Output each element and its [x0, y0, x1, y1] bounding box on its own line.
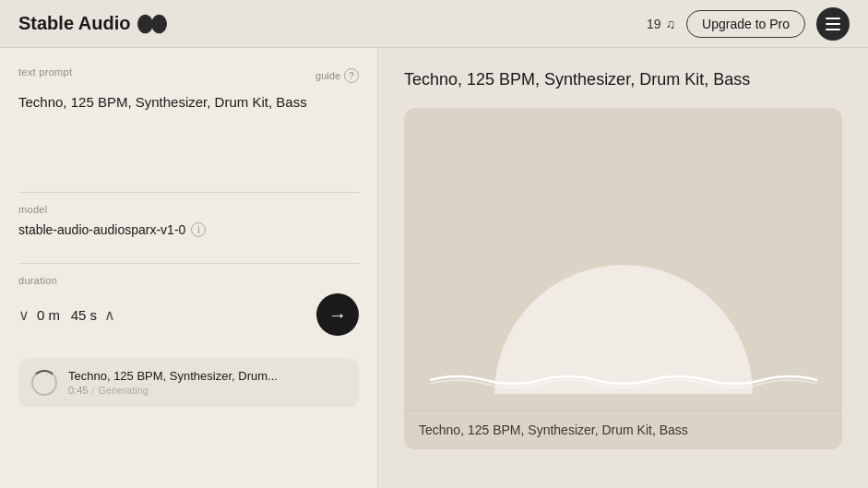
duration-row: ∨ 0 m 45 s ∧ → — [18, 293, 359, 336]
guide-question-icon: ? — [344, 68, 359, 83]
track-spinner-icon — [31, 370, 57, 396]
generate-button[interactable]: → — [316, 293, 359, 336]
wave-svg — [430, 367, 817, 393]
left-panel: text prompt guide ? Techno, 125 BPM, Syn… — [0, 48, 378, 488]
menu-button[interactable] — [816, 7, 850, 41]
guide-label-text: guide — [315, 70, 340, 81]
model-value-row: stable-audio-audiosparx-v1-0 i — [18, 222, 359, 237]
header-left: Stable Audio — [18, 13, 167, 34]
logo-text: Stable Audio — [18, 13, 130, 34]
track-meta: 0:45 / Generating — [68, 385, 346, 396]
audio-card: Techno, 125 BPM, Synthesizer, Drum Kit, … — [404, 108, 842, 449]
credits-count: 19 — [647, 17, 661, 31]
guide-link[interactable]: guide ? — [315, 68, 359, 83]
duration-label: duration — [18, 275, 359, 286]
music-note-icon: ♫ — [666, 17, 676, 31]
text-prompt-section: text prompt guide ? Techno, 125 BPM, Syn… — [18, 66, 359, 166]
track-status: Generating — [98, 385, 148, 396]
chevron-down-icon[interactable]: ∨ — [18, 306, 30, 324]
right-panel-title: Techno, 125 BPM, Synthesizer, Drum Kit, … — [404, 70, 842, 89]
svg-point-0 — [137, 14, 153, 33]
track-meta-separator: / — [91, 385, 94, 396]
header: Stable Audio 19 ♫ Upgrade to Pro — [0, 0, 868, 48]
svg-point-1 — [152, 14, 168, 33]
model-label: model — [18, 204, 359, 215]
prompt-text[interactable]: Techno, 125 BPM, Synthesizer, Drum Kit, … — [18, 92, 359, 166]
duration-seconds: 45 s — [71, 307, 97, 323]
right-panel: Techno, 125 BPM, Synthesizer, Drum Kit, … — [378, 48, 868, 488]
menu-line-3 — [826, 29, 840, 30]
chevron-up-icon[interactable]: ∧ — [104, 306, 115, 324]
wave-container — [404, 366, 842, 394]
duration-time: 0 m 45 s — [37, 307, 97, 323]
text-prompt-header: text prompt guide ? — [18, 66, 359, 85]
duration-minutes: 0 m — [37, 307, 60, 323]
header-right: 19 ♫ Upgrade to Pro — [647, 7, 850, 41]
model-section: model stable-audio-audiosparx-v1-0 i — [18, 204, 359, 237]
card-footer-text: Techno, 125 BPM, Synthesizer, Drum Kit, … — [419, 423, 688, 437]
duration-controls: ∨ 0 m 45 s ∧ — [18, 306, 115, 324]
menu-line-2 — [826, 23, 840, 25]
text-prompt-label: text prompt — [18, 66, 72, 77]
divider-2 — [18, 263, 359, 264]
duration-section: duration ∨ 0 m 45 s ∧ → — [18, 275, 359, 336]
credits-display: 19 ♫ — [647, 17, 675, 31]
upgrade-button[interactable]: Upgrade to Pro — [686, 10, 805, 38]
track-duration: 0:45 — [68, 385, 88, 396]
logo-icon — [137, 15, 167, 33]
track-item[interactable]: Techno, 125 BPM, Synthesizer, Drum... 0:… — [18, 358, 359, 407]
divider-1 — [18, 192, 359, 193]
card-footer: Techno, 125 BPM, Synthesizer, Drum Kit, … — [404, 410, 842, 449]
main-layout: text prompt guide ? Techno, 125 BPM, Syn… — [0, 48, 868, 488]
model-name: stable-audio-audiosparx-v1-0 — [18, 222, 185, 237]
arrow-right-icon: → — [328, 304, 347, 326]
menu-line-1 — [826, 18, 840, 19]
track-title: Techno, 125 BPM, Synthesizer, Drum... — [68, 369, 346, 383]
sun-container — [404, 108, 842, 394]
duration-separator — [64, 308, 67, 322]
track-info: Techno, 125 BPM, Synthesizer, Drum... 0:… — [68, 369, 346, 396]
model-info-icon[interactable]: i — [191, 222, 206, 237]
